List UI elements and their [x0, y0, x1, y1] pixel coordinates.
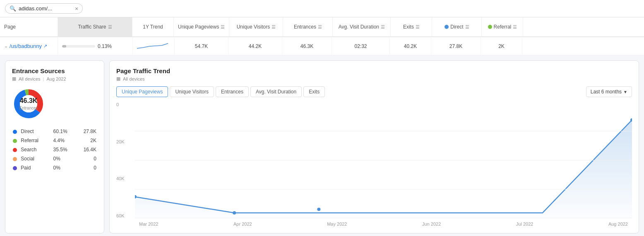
cell-direct: 27.8K: [431, 37, 481, 55]
x-label: Jul 2022: [516, 222, 533, 226]
trend-title: Page Traffic Trend: [116, 67, 632, 74]
search-icon: 🔍: [10, 5, 16, 12]
y-label: 40K: [116, 176, 135, 181]
svg-point-7: [317, 207, 320, 211]
x-label: May 2022: [327, 222, 347, 226]
period-selector[interactable]: Last 6 months ▼: [586, 86, 632, 97]
legend-pct-referral: 4.4%: [53, 136, 76, 145]
legend-pct-search: 35.5%: [53, 145, 76, 154]
th-trend[interactable]: 1Y Trend: [132, 17, 174, 36]
tab-avd[interactable]: Avg. Visit Duration: [250, 86, 302, 97]
tab-exits[interactable]: Exits: [303, 86, 325, 97]
th-page[interactable]: Page: [0, 17, 58, 36]
legend-row-social: Social 0% 0: [12, 154, 97, 163]
x-label: Jun 2022: [422, 222, 441, 226]
th-ent[interactable]: Entrances ☰: [283, 17, 333, 36]
cell-upv: 54.7K: [175, 37, 228, 55]
chart-svg: [135, 102, 632, 218]
page-link[interactable]: /us/badbunny: [10, 43, 42, 49]
legend-val-social: 0: [76, 154, 97, 163]
svg-point-6: [233, 211, 236, 215]
entrance-subtitle: ▦ All devices | Aug 2022: [12, 76, 97, 81]
legend-dot-direct: [13, 130, 17, 134]
th-traffic[interactable]: Traffic Share ☰: [58, 17, 132, 36]
th-uv[interactable]: Unique Visitors ☰: [229, 17, 283, 36]
search-input[interactable]: [19, 5, 72, 12]
legend-val-search: 16.4K: [76, 145, 97, 154]
expand-arrow[interactable]: ⌄: [4, 43, 8, 49]
legend-pct-direct: 60.1%: [53, 127, 76, 136]
y-label: 20K: [116, 139, 135, 144]
tab-uv[interactable]: Unique Visitors: [170, 86, 214, 97]
y-axis: 60K40K20K0: [116, 102, 135, 218]
cell-uv: 44.2K: [228, 37, 282, 55]
x-label: Aug 2022: [608, 222, 628, 226]
filter-icon-avd: ☰: [381, 24, 385, 30]
filter-icon-traffic: ☰: [108, 24, 112, 30]
x-axis: Mar 2022Apr 2022May 2022Jun 2022Jul 2022…: [135, 222, 632, 226]
search-input-wrap[interactable]: 🔍 ×: [5, 3, 83, 14]
table-row: ⌄ /us/badbunny ↗ 0.13% 54.7K 44.2K 46.3K…: [0, 37, 644, 55]
trend-subtitle: ▦ All devices: [116, 76, 632, 81]
y-label: 60K: [116, 213, 135, 218]
legend-dot-search: [13, 148, 17, 152]
chevron-down-icon: ▼: [623, 90, 627, 94]
entrance-panel: Entrance Sources ▦ All devices | Aug 202…: [5, 60, 104, 234]
legend-dot-referral: [13, 139, 17, 143]
legend-dot-paid: [13, 166, 17, 170]
sparkline: [137, 40, 170, 52]
filter-icon-direct: ☰: [465, 24, 469, 30]
th-avd[interactable]: Avg. Visit Duration ☰: [333, 17, 391, 36]
cell-trend: [133, 37, 175, 55]
entrance-title: Entrance Sources: [12, 67, 97, 74]
chart-area: 60K40K20K0: [116, 102, 632, 226]
close-icon[interactable]: ×: [75, 6, 78, 12]
cell-ref: 2K: [481, 37, 522, 55]
legend-row-paid: Paid 0% 0: [12, 163, 97, 172]
tab-upv[interactable]: Unique Pageviews: [116, 86, 168, 97]
cell-traffic: 0.13%: [58, 37, 133, 55]
search-bar: 🔍 ×: [0, 0, 644, 17]
legend-label-social: Social: [21, 156, 34, 162]
y-label: 0: [116, 102, 135, 107]
trend-tabs: Unique PageviewsUnique VisitorsEntrances…: [116, 86, 632, 97]
legend-row-referral: Referral 4.4% 2K: [12, 136, 97, 145]
legend-label-paid: Paid: [21, 165, 31, 171]
external-link-icon[interactable]: ↗: [43, 43, 47, 49]
x-label: Apr 2022: [233, 222, 252, 226]
x-label: Mar 2022: [139, 222, 158, 226]
cell-page: ⌄ /us/badbunny ↗: [0, 37, 58, 55]
filter-icon-exits: ☰: [416, 24, 420, 30]
legend-pct-social: 0%: [53, 154, 76, 163]
tab-ent[interactable]: Entrances: [216, 86, 249, 97]
th-exits[interactable]: Exits ☰: [391, 17, 432, 36]
legend-label-referral: Referral: [21, 138, 38, 143]
cell-ent: 46.3K: [282, 37, 332, 55]
filter-icon-ref: ☰: [513, 24, 517, 30]
legend-label-search: Search: [21, 147, 36, 153]
th-upv[interactable]: Unique Pageviews ☰: [174, 17, 229, 36]
donut-value: 46.3K: [19, 97, 38, 105]
ref-dot: [488, 25, 492, 29]
cell-exits: 40.2K: [390, 37, 431, 55]
th-ref[interactable]: Referral ☰: [482, 17, 523, 36]
cell-avd: 02:32: [332, 37, 390, 55]
legend-val-paid: 0: [76, 163, 97, 172]
filter-icon-uv: ☰: [272, 24, 276, 30]
devices-icon: ▦: [12, 76, 16, 81]
legend-row-direct: Direct 60.1% 27.8K: [12, 127, 97, 136]
legend-val-referral: 2K: [76, 136, 97, 145]
legend-table: Direct 60.1% 27.8K Referral 4.4% 2K Sear…: [12, 127, 97, 172]
donut-label: Entrances: [19, 106, 38, 110]
th-direct[interactable]: Direct ☰: [432, 17, 482, 36]
legend-label-direct: Direct: [21, 129, 34, 134]
donut-section: 46.3K Entrances: [12, 87, 97, 120]
legend-row-search: Search 35.5% 16.4K: [12, 145, 97, 154]
main-content: Entrance Sources ▦ All devices | Aug 202…: [0, 55, 644, 236]
legend-val-direct: 27.8K: [76, 127, 97, 136]
table-header: Page Traffic Share ☰ 1Y Trend Unique Pag…: [0, 17, 644, 37]
filter-icon-upv: ☰: [221, 24, 225, 30]
legend-dot-social: [13, 157, 17, 161]
direct-dot: [445, 25, 449, 29]
filter-icon-ent: ☰: [318, 24, 322, 30]
